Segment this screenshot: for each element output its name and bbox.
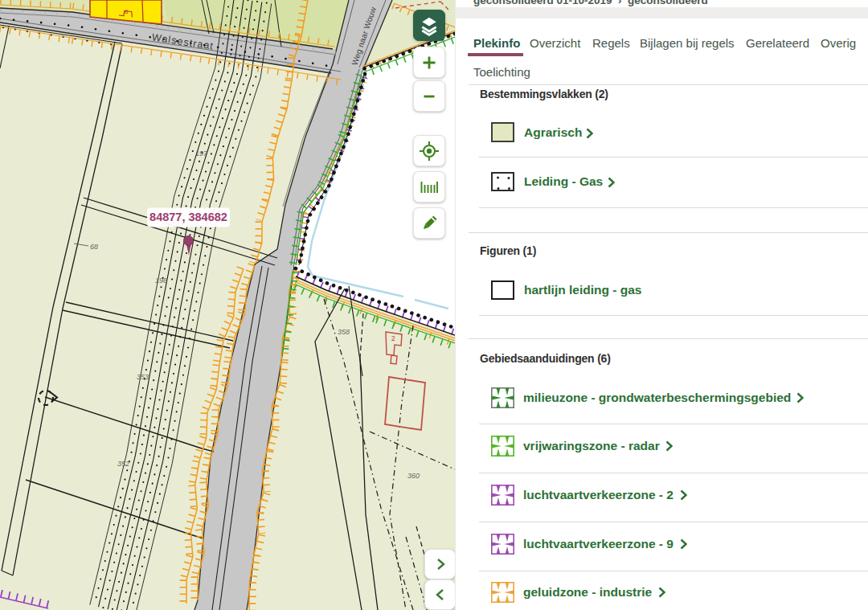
svg-text:360: 360 (407, 472, 420, 480)
svg-text:352: 352 (117, 460, 129, 468)
svg-text:198: 198 (155, 276, 167, 285)
svg-text:358: 358 (338, 328, 350, 336)
svg-text:197: 197 (195, 149, 208, 158)
svg-text:84877, 384682: 84877, 384682 (149, 211, 227, 223)
svg-text:2: 2 (391, 334, 395, 342)
svg-text:353: 353 (137, 373, 149, 381)
svg-text:68: 68 (90, 243, 98, 251)
svg-text:6: 6 (125, 8, 129, 15)
